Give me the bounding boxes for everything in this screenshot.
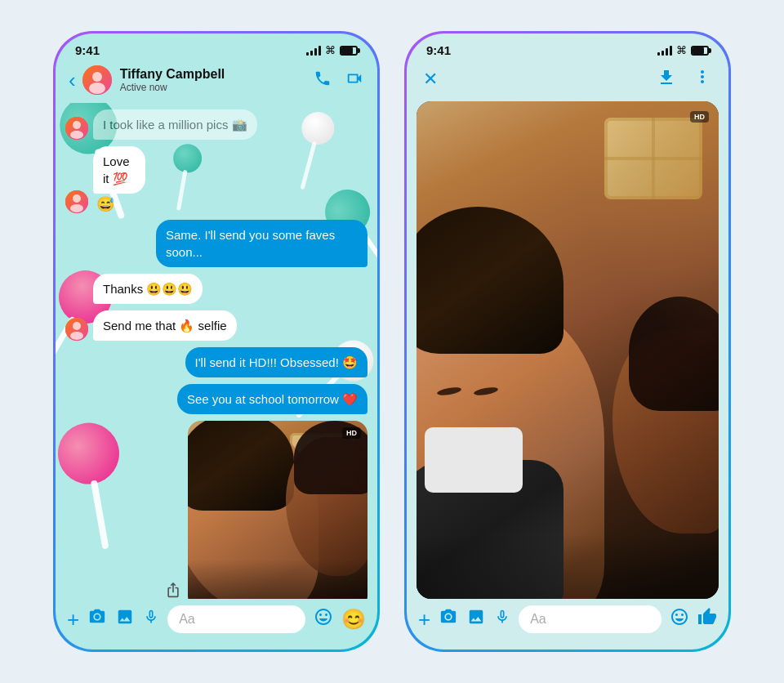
phone-call-button[interactable] [314, 69, 332, 92]
status-time-left: 9:41 [75, 43, 100, 57]
svg-point-2 [89, 83, 105, 94]
message-row-4: Send me that 🔥 selfie [65, 310, 368, 341]
back-button[interactable]: ‹ [69, 68, 76, 93]
status-time-right: 9:41 [426, 43, 451, 57]
emoji-button-right[interactable] [670, 607, 689, 632]
received-avatar-0 [65, 117, 88, 140]
message-row-3: Thanks 😃😃😃 [93, 274, 368, 304]
svg-point-4 [73, 121, 81, 129]
message-bubble-0: I took like a million pics 📸 [93, 109, 257, 140]
emoji-button-left[interactable] [314, 607, 333, 632]
plus-button-right[interactable]: + [418, 607, 430, 632]
svg-point-1 [92, 72, 102, 82]
svg-point-5 [70, 131, 83, 139]
message-input-left[interactable]: Aa [167, 605, 305, 633]
message-row-2: Same. I'll send you some faves soon... [65, 220, 368, 267]
status-bar-right: 9:41 ⌘ [407, 33, 728, 60]
message-bubble-1: Love it 💯 [93, 146, 145, 194]
wifi-icon-right: ⌘ [676, 44, 687, 56]
left-phone-inner: 9:41 ⌘ ‹ [56, 33, 377, 650]
plus-button-left[interactable]: + [67, 607, 79, 632]
camera-button-left[interactable] [87, 608, 107, 631]
input-placeholder-left: Aa [179, 612, 195, 627]
signal-icon [306, 46, 321, 56]
bottom-bar-right: + Aa [407, 599, 728, 650]
share-icon[interactable] [165, 582, 181, 599]
signal-icon-right [657, 46, 672, 56]
more-options-button[interactable] [693, 67, 712, 92]
download-button[interactable] [657, 68, 676, 91]
svg-point-7 [73, 194, 81, 203]
message-input-right[interactable]: Aa [519, 605, 662, 633]
svg-point-10 [73, 322, 81, 330]
hd-badge-left: HD [342, 427, 361, 439]
battery-icon-right [691, 46, 709, 56]
contact-name: Tiffany Campbell [120, 67, 314, 82]
input-placeholder-right: Aa [530, 612, 546, 627]
photo-viewer-main: HD [416, 101, 719, 599]
message-row-0: I took like a million pics 📸 [65, 109, 368, 140]
message-row-6: See you at school tomorrow ❤️ [65, 384, 368, 414]
bottom-bar-left: + Aa [56, 599, 377, 650]
left-phone: 9:41 ⌘ ‹ [53, 31, 380, 652]
contact-status: Active now [120, 82, 314, 93]
svg-point-8 [70, 204, 83, 212]
chat-header: ‹ Tiffany Campbell Active now [56, 60, 377, 103]
header-icons [314, 69, 364, 92]
message-bubble-6: See you at school tomorrow ❤️ [177, 384, 368, 414]
right-phone: 9:41 ⌘ ✕ [404, 31, 731, 652]
battery-icon [340, 46, 358, 56]
contact-info: Tiffany Campbell Active now [120, 67, 314, 93]
gallery-button-right[interactable] [466, 608, 486, 631]
gallery-button-left[interactable] [115, 608, 135, 631]
message-bubble-2: Same. I'll send you some faves soon... [156, 220, 368, 267]
received-avatar-4 [65, 318, 88, 341]
thumbsup-button-right[interactable] [697, 607, 717, 632]
right-phone-inner: 9:41 ⌘ ✕ [407, 33, 728, 650]
message-bubble-3: Thanks 😃😃😃 [93, 274, 203, 304]
chat-area: I took like a million pics 📸 Love it 💯 😅 [56, 103, 377, 599]
camera-button-right[interactable] [439, 608, 458, 631]
status-icons-right: ⌘ [657, 44, 709, 56]
hd-badge-right: HD [690, 111, 709, 123]
status-icons-left: ⌘ [306, 44, 358, 56]
viewer-action-icons [657, 67, 712, 92]
status-bar-left: 9:41 ⌘ [56, 33, 377, 60]
message-bubble-4: Send me that 🔥 selfie [93, 310, 237, 341]
smiley-button-left[interactable]: 😊 [341, 608, 366, 631]
mic-button-right[interactable] [494, 608, 510, 631]
close-button[interactable]: ✕ [423, 69, 438, 90]
sent-image[interactable]: HD [188, 421, 368, 599]
message-row-1: Love it 💯 😅 [65, 146, 368, 213]
message-bubble-5: I'll send it HD!!! Obsessed! 🤩 [185, 347, 368, 377]
wifi-icon: ⌘ [325, 44, 336, 56]
photo-viewer-header: ✕ [407, 60, 728, 101]
svg-point-11 [70, 332, 83, 340]
message-row-5: I'll send it HD!!! Obsessed! 🤩 [65, 347, 368, 377]
received-avatar-1 [65, 190, 88, 213]
mic-button-left[interactable] [143, 608, 159, 631]
video-call-button[interactable] [345, 69, 364, 92]
contact-avatar [82, 65, 112, 95]
